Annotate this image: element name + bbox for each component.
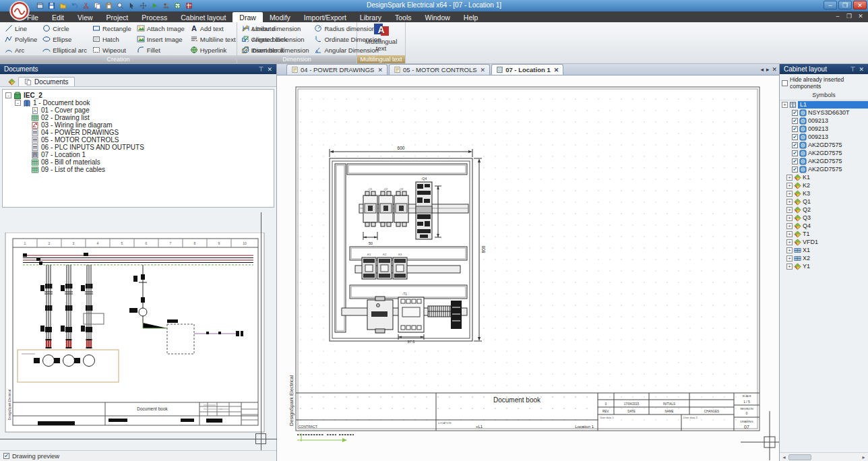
drawing-preview[interactable]: 12345678910: [4, 233, 271, 450]
tree-item-page[interactable]: 01 - Cover page: [31, 106, 274, 114]
symbol-checkbox[interactable]: ✔: [792, 150, 798, 156]
menu-item[interactable]: Modify: [263, 12, 297, 22]
drawing-canvas[interactable]: DesignSpark Electrical 600 800: [277, 75, 779, 461]
component-row[interactable]: + X1: [780, 246, 868, 254]
ribbon-button[interactable]: Line: [3, 23, 39, 34]
collapse-icon[interactable]: -: [5, 92, 11, 98]
menu-item[interactable]: Process: [135, 12, 174, 22]
symbol-row[interactable]: ✔ AK2GD7575: [780, 141, 868, 149]
menu-item[interactable]: Tools: [388, 12, 418, 22]
maximize-button[interactable]: ❐: [838, 1, 852, 9]
ribbon-button[interactable]: Attach Image: [135, 23, 187, 34]
tree-item-page[interactable]: 06 - PLC INPUTS AND OUTPUTS: [31, 144, 274, 151]
expand-icon[interactable]: +: [786, 215, 793, 221]
tab-scroll-left-icon[interactable]: ◂: [760, 66, 764, 73]
symbol-checkbox[interactable]: ✔: [792, 166, 798, 173]
symbol-checkbox[interactable]: ✔: [792, 126, 798, 132]
tree-item-page[interactable]: 02 - Drawing list: [31, 114, 274, 121]
tree-item-page[interactable]: 04 - POWER DRAWINGS: [31, 129, 274, 136]
component-row[interactable]: + Y1: [780, 262, 868, 270]
symbol-checkbox[interactable]: ✔: [792, 110, 798, 116]
tab-close-icon[interactable]: ✕: [554, 67, 559, 73]
tab-scroll-right-icon[interactable]: ▸: [766, 66, 770, 73]
ribbon-button[interactable]: Wipeout: [90, 44, 133, 55]
ribbon-button[interactable]: Linear dimension: [240, 23, 311, 34]
menu-item[interactable]: Edit: [45, 12, 71, 22]
minimize-button[interactable]: –: [824, 1, 837, 9]
mdi-close-button[interactable]: ✕: [856, 13, 865, 20]
scroll-left-icon[interactable]: ◂: [780, 454, 788, 460]
tree-item-page[interactable]: 08 - Bill of materials: [31, 158, 274, 166]
symbol-row[interactable]: ✔ 009213: [780, 125, 868, 133]
expand-icon[interactable]: +: [786, 255, 793, 262]
menu-item[interactable]: Import/Export: [297, 12, 353, 22]
tree-item-root[interactable]: - IEC_2: [5, 92, 274, 99]
component-row[interactable]: + X2: [780, 254, 868, 262]
component-row[interactable]: + Q3: [780, 214, 868, 222]
menu-item[interactable]: Cabinet layout: [174, 12, 232, 22]
symbol-row[interactable]: ✔ 009213: [780, 133, 868, 141]
expand-icon[interactable]: +: [786, 223, 793, 229]
symbol-row[interactable]: ✔ NSYS3D6630T: [780, 109, 868, 117]
drawing-tab[interactable]: 05 - MOTOR CONTROLS ✕: [389, 64, 490, 75]
mdi-restore-button[interactable]: ❐: [844, 13, 854, 20]
ribbon-button[interactable]: AAdd text: [188, 23, 238, 34]
tab-close-icon[interactable]: ✕: [480, 67, 486, 73]
menu-item[interactable]: Project: [100, 12, 135, 22]
component-row[interactable]: + VFD1: [780, 238, 868, 246]
component-row[interactable]: + Q1: [780, 197, 868, 206]
drawing-tab[interactable]: 04 - POWER DRAWINGS ✕: [286, 64, 388, 75]
symbol-row[interactable]: ✔ 009213: [780, 117, 868, 125]
expand-icon[interactable]: +: [786, 199, 793, 205]
symbol-checkbox[interactable]: ✔: [792, 118, 798, 124]
cabinet-panel-hscrollbar[interactable]: ◂ ▸: [780, 452, 868, 461]
ribbon-button[interactable]: Fillet: [135, 44, 187, 55]
close-button[interactable]: ✕: [853, 1, 867, 9]
ribbon-button[interactable]: Arc: [3, 44, 39, 55]
expand-icon[interactable]: +: [786, 247, 793, 253]
ribbon-button[interactable]: Elliptical arc: [40, 44, 89, 55]
collapse-icon[interactable]: -: [15, 100, 21, 106]
scrollbar-thumb[interactable]: [788, 454, 811, 460]
menu-item[interactable]: Window: [418, 12, 456, 22]
menu-item[interactable]: View: [71, 12, 100, 22]
ribbon-button[interactable]: Rectangle: [90, 23, 133, 34]
ribbon-button[interactable]: Polyline: [3, 34, 39, 44]
tree-item-page[interactable]: 03 - Wiring line diagram: [31, 121, 274, 129]
expand-icon[interactable]: +: [786, 231, 793, 237]
expand-icon[interactable]: +: [786, 183, 793, 189]
pin-icon[interactable]: ⊤: [850, 66, 856, 73]
symbol-row[interactable]: ✔ AK2GD7575: [780, 165, 868, 173]
menu-item[interactable]: Library: [353, 12, 388, 22]
component-row[interactable]: + K2: [780, 181, 868, 189]
component-row[interactable]: + K3: [780, 189, 868, 197]
menu-item[interactable]: Help: [457, 12, 485, 22]
ribbon-button[interactable]: Multiline text: [188, 34, 238, 44]
component-row[interactable]: + T1: [780, 230, 868, 238]
component-row[interactable]: + Q2: [780, 206, 868, 214]
expand-icon[interactable]: +: [786, 239, 793, 245]
scroll-right-icon[interactable]: ▸: [859, 454, 868, 460]
symbol-row[interactable]: ✔ AK2GD7575: [780, 149, 868, 157]
mdi-minimize-button[interactable]: –: [833, 13, 842, 20]
ribbon-button[interactable]: Hatch: [90, 34, 133, 44]
drawing-preview-checkbox[interactable]: ✔: [3, 453, 9, 459]
tab-list-close-icon[interactable]: ✕: [772, 66, 777, 73]
location-row[interactable]: + L1: [780, 100, 868, 109]
menu-item[interactable]: Draw: [232, 12, 263, 22]
pin-icon[interactable]: ⊤: [259, 66, 264, 73]
expand-icon[interactable]: +: [786, 175, 793, 181]
symbol-checkbox[interactable]: ✔: [792, 158, 798, 164]
expand-icon[interactable]: +: [782, 102, 788, 108]
symbol-checkbox[interactable]: ✔: [792, 134, 798, 140]
ribbon-button[interactable]: Hyperlink: [188, 44, 238, 55]
symbol-checkbox[interactable]: ✔: [792, 142, 798, 148]
component-row[interactable]: + Q4: [780, 222, 868, 230]
component-row[interactable]: + K1: [780, 173, 868, 181]
tree-item-page[interactable]: 05 - MOTOR CONTROLS: [31, 136, 274, 144]
ribbon-button[interactable]: Circle: [40, 23, 89, 34]
panel-close-icon[interactable]: ✕: [859, 66, 864, 73]
drawing-tab[interactable]: 07 - Location 1 ✕: [491, 64, 563, 75]
ribbon-button[interactable]: Diameter dimension: [240, 44, 311, 55]
tab-close-icon[interactable]: ✕: [377, 67, 383, 73]
